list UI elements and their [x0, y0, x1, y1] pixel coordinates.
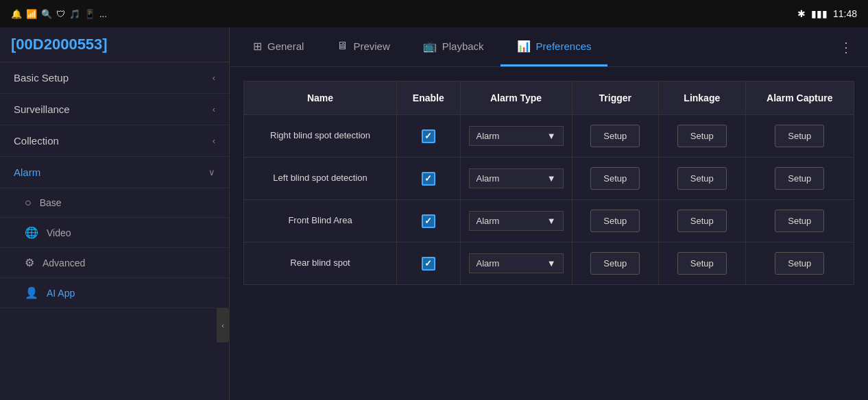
sidebar-item-surveillance[interactable]: Surveillance ‹ [0, 94, 229, 125]
row-name-cell: Right blind spot detection [244, 115, 397, 158]
sidebar-subitem-label: Advanced [43, 258, 85, 268]
alarm-type-select[interactable]: Alarm ▼ [469, 211, 564, 231]
alarm-type-select[interactable]: Alarm ▼ [469, 253, 564, 273]
row-linkage-cell: Setup [659, 158, 746, 200]
shield-icon: 🛡 [56, 9, 65, 19]
row-alarm-capture-cell: Setup [745, 158, 854, 200]
chevron-icon: ‹ [213, 136, 215, 146]
linkage-setup-button[interactable]: Setup [677, 252, 727, 275]
row-trigger-cell: Setup [572, 158, 659, 200]
content-area: ⊞ General 🖥 Preview 📺 Playback 📊 Prefere… [230, 27, 868, 400]
sidebar-subitem-base[interactable]: ○ Base [0, 188, 229, 218]
col-enable: Enable [397, 82, 460, 115]
chevron-icon: ‹ [213, 73, 215, 83]
status-bar: 🔔 📶 🔍 🛡 🎵 📱 ... ✱ ▮▮▮ 11:48 [0, 0, 868, 27]
alarm-capture-setup-button[interactable]: Setup [775, 252, 824, 275]
time-display: 11:48 [833, 8, 857, 19]
search-icon: 🔍 [41, 9, 52, 19]
sidebar-subitem-label: AI App [47, 288, 75, 299]
row-alarm-type-cell: Alarm ▼ [460, 242, 572, 285]
sidebar-item-basic-setup[interactable]: Basic Setup ‹ [0, 62, 229, 94]
sidebar: [00D2000553] Basic Setup ‹ Surveillance … [0, 27, 230, 400]
row-alarm-type-cell: Alarm ▼ [460, 115, 572, 158]
sidebar-subitem-label: Video [47, 227, 71, 238]
sidebar-item-label: Alarm [14, 166, 40, 178]
sidebar-item-label: Surveillance [14, 103, 70, 115]
row-name-cell: Front Blind Area [244, 200, 397, 242]
alarm-capture-setup-button[interactable]: Setup [775, 210, 824, 232]
sidebar-subitem-ai-app[interactable]: 👤 AI App [0, 278, 229, 308]
preferences-icon: 📊 [517, 40, 531, 53]
enable-checkbox[interactable] [422, 214, 435, 228]
notification-icon: 🔔 [11, 9, 22, 19]
alarm-capture-setup-button[interactable]: Setup [775, 125, 824, 147]
col-alarm-type: Alarm Type [460, 82, 572, 115]
globe-icon: 🌐 [25, 226, 38, 239]
table-row: Left blind spot detection Alarm ▼ [244, 158, 854, 200]
sidebar-item-collection[interactable]: Collection ‹ [0, 125, 229, 157]
trigger-setup-button[interactable]: Setup [590, 125, 640, 147]
linkage-setup-button[interactable]: Setup [677, 125, 727, 147]
sidebar-subitem-video[interactable]: 🌐 Video [0, 218, 229, 248]
row-alarm-type-cell: Alarm ▼ [460, 200, 572, 242]
playback-icon: 📺 [423, 40, 437, 53]
row-alarm-capture-cell: Setup [745, 115, 854, 158]
chevron-icon: ‹ [213, 104, 215, 114]
collapse-icon: ‹ [221, 321, 224, 329]
dropdown-arrow-icon: ▼ [547, 131, 556, 141]
status-bar-right: ✱ ▮▮▮ 11:48 [797, 8, 857, 19]
trigger-setup-button[interactable]: Setup [590, 252, 640, 275]
row-enable-cell [397, 242, 460, 285]
linkage-setup-button[interactable]: Setup [677, 210, 727, 232]
table-header-row: Name Enable Alarm Type Trigger Linkage A… [244, 82, 854, 115]
row-linkage-cell: Setup [659, 115, 746, 158]
chevron-down-icon: ∨ [208, 167, 215, 177]
main-container: [00D2000553] Basic Setup ‹ Surveillance … [0, 27, 868, 400]
preview-icon: 🖥 [337, 40, 348, 52]
tab-general[interactable]: ⊞ General [237, 27, 320, 66]
tab-preferences[interactable]: 📊 Preferences [501, 27, 608, 66]
alarm-table: Name Enable Alarm Type Trigger Linkage A… [243, 81, 854, 285]
dropdown-arrow-icon: ▼ [547, 258, 556, 268]
bluetooth-icon: ✱ [797, 8, 806, 19]
sidebar-item-alarm[interactable]: Alarm ∨ [0, 157, 229, 188]
row-enable-cell [397, 158, 460, 200]
table-row: Front Blind Area Alarm ▼ [244, 200, 854, 242]
collapse-sidebar-button[interactable]: ‹ [217, 308, 229, 342]
alarm-capture-setup-button[interactable]: Setup [775, 167, 824, 190]
alarm-type-select[interactable]: Alarm ▼ [469, 168, 564, 188]
row-trigger-cell: Setup [572, 242, 659, 285]
enable-checkbox[interactable] [422, 257, 435, 271]
trigger-setup-button[interactable]: Setup [590, 210, 640, 232]
enable-checkbox[interactable] [422, 129, 435, 143]
sidebar-item-label: Collection [14, 135, 59, 147]
general-icon: ⊞ [253, 40, 262, 53]
alarm-type-select[interactable]: Alarm ▼ [469, 126, 564, 146]
trigger-setup-button[interactable]: Setup [590, 167, 640, 190]
dropdown-arrow-icon: ▼ [547, 216, 556, 226]
music-icon: 🎵 [69, 9, 80, 19]
status-bar-left: 🔔 📶 🔍 🛡 🎵 📱 ... [11, 9, 107, 19]
tab-label: General [267, 40, 304, 52]
row-enable-cell [397, 200, 460, 242]
row-trigger-cell: Setup [572, 115, 659, 158]
tab-playback[interactable]: 📺 Playback [407, 27, 501, 66]
tab-label: Preferences [536, 40, 592, 52]
row-linkage-cell: Setup [659, 242, 746, 285]
table-container: Name Enable Alarm Type Trigger Linkage A… [230, 67, 868, 400]
row-alarm-capture-cell: Setup [745, 242, 854, 285]
tab-label: Preview [353, 40, 389, 52]
sidebar-item-label: Basic Setup [14, 72, 69, 84]
more-options-button[interactable]: ⋮ [831, 39, 861, 55]
col-trigger: Trigger [572, 82, 659, 115]
dropdown-arrow-icon: ▼ [547, 173, 556, 184]
phone-icon: 📱 [84, 9, 95, 19]
row-linkage-cell: Setup [659, 200, 746, 242]
tabs-bar: ⊞ General 🖥 Preview 📺 Playback 📊 Prefere… [230, 27, 868, 67]
sidebar-subitem-label: Base [40, 197, 62, 208]
row-alarm-capture-cell: Setup [745, 200, 854, 242]
sidebar-subitem-advanced[interactable]: ⚙ Advanced [0, 248, 229, 278]
tab-preview[interactable]: 🖥 Preview [320, 27, 406, 66]
linkage-setup-button[interactable]: Setup [677, 167, 727, 190]
enable-checkbox[interactable] [422, 172, 435, 186]
